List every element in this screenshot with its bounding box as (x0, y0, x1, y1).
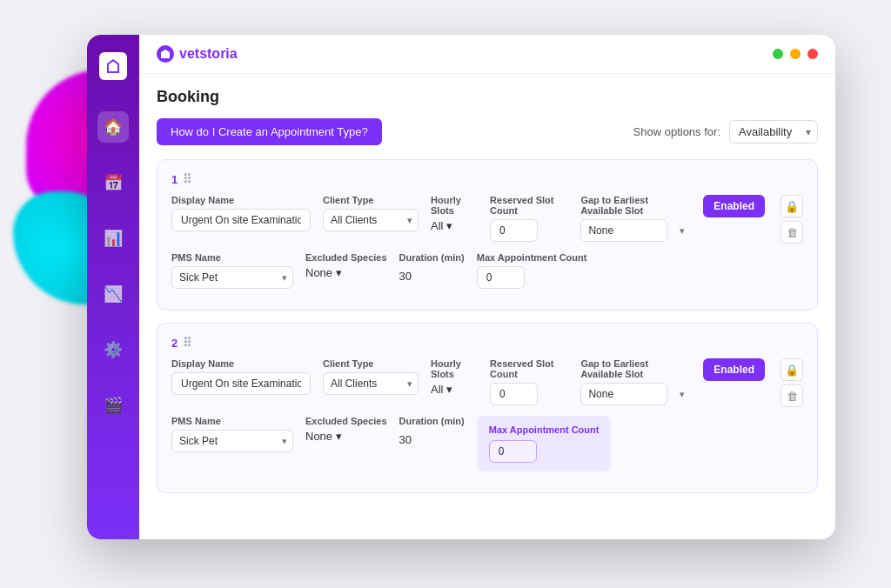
client-type-select-wrapper-1: All Clients (323, 209, 419, 231)
appointment-row-1: 1 ⠿ Display Name Client Type All Clients (157, 159, 818, 311)
app-logo-text: vetstoria (157, 45, 238, 63)
hourly-slots-value-1: All ▾ (431, 219, 478, 232)
row-actions-2: 🔒 🗑 (780, 358, 803, 407)
gap-select-2[interactable]: None (580, 383, 667, 405)
sidebar-item-settings[interactable]: ⚙️ (97, 334, 129, 365)
reserved-slot-input-1[interactable] (490, 219, 538, 242)
display-name-label-1: Display Name (171, 195, 311, 205)
gap-group-1: Gap to Earliest Available Slot None (580, 195, 691, 242)
maximize-button[interactable] (790, 49, 801, 59)
duration-value-1: 30 (399, 266, 465, 286)
sidebar: 🏠 📅 📊 📉 ⚙️ 🎬 (87, 35, 139, 539)
hourly-slots-group-2: Hourly Slots All ▾ (431, 358, 478, 396)
reserved-slot-group-1: Reserved Slot Count (490, 195, 568, 242)
pms-name-group-2: PMS Name Sick Pet (171, 416, 293, 452)
display-name-input-2[interactable] (171, 372, 311, 395)
duration-label-2: Duration (min) (399, 416, 465, 426)
client-type-select-1[interactable]: All Clients (323, 209, 419, 231)
reserved-slot-input-2[interactable] (490, 383, 538, 405)
page-title: Booking (157, 88, 818, 106)
max-appt-input-2[interactable] (489, 440, 537, 463)
excluded-species-value-2: None ▾ (305, 430, 387, 443)
lock-button-1[interactable]: 🔒 (780, 195, 803, 217)
gap-label-1: Gap to Earliest Available Slot (580, 195, 691, 216)
pms-name-label-2: PMS Name (171, 416, 293, 426)
client-type-group-1: Client Type All Clients (323, 195, 419, 231)
pms-name-select-2[interactable]: Sick Pet (171, 430, 293, 452)
duration-label-1: Duration (min) (399, 252, 465, 263)
display-name-label-2: Display Name (171, 358, 311, 369)
lock-button-2[interactable]: 🔒 (780, 358, 803, 381)
hourly-slots-label-1: Hourly Slots (431, 195, 478, 216)
main-content: vetstoria Booking How do I Create an App… (139, 35, 835, 539)
client-type-label-1: Client Type (323, 195, 419, 205)
excluded-species-group-2: Excluded Species None ▾ (305, 416, 387, 443)
row1-bottom-fields: PMS Name Sick Pet Excluded Species None … (171, 252, 803, 289)
sidebar-item-home[interactable]: 🏠 (97, 111, 129, 143)
row2-top-fields: Display Name Client Type All Clients Hou… (171, 358, 803, 407)
excluded-species-label-2: Excluded Species (305, 416, 387, 426)
display-name-group-1: Display Name (171, 195, 311, 231)
sidebar-item-calendar[interactable]: 📅 (97, 167, 129, 198)
app-name: vetstoria (179, 46, 238, 62)
window-controls (773, 49, 818, 59)
pms-name-group-1: PMS Name Sick Pet (171, 252, 293, 289)
gap-label-2: Gap to Earliest Available Slot (580, 358, 691, 379)
row-number-1: 1 ⠿ (171, 172, 803, 186)
gap-select-wrapper-2: None (580, 383, 691, 405)
gap-group-2: Gap to Earliest Available Slot None (580, 358, 691, 405)
duration-group-1: Duration (min) 30 (399, 252, 465, 286)
reserved-slot-label-2: Reserved Slot Count (490, 358, 568, 379)
content-area: Booking How do I Create an Appointment T… (139, 74, 835, 539)
enabled-button-2[interactable]: Enabled (703, 358, 765, 381)
reserved-slot-label-1: Reserved Slot Count (490, 195, 568, 216)
max-appt-highlight-box-2: Max Appointment Count (477, 416, 612, 471)
logo-icon (157, 45, 174, 63)
delete-button-2[interactable]: 🗑 (780, 384, 803, 407)
logo (99, 52, 127, 80)
minimize-button[interactable] (773, 49, 783, 59)
drag-handle-2[interactable]: ⠿ (183, 336, 191, 350)
gap-select-1[interactable]: None (580, 219, 667, 242)
help-button[interactable]: How do I Create an Appointment Type? (157, 118, 382, 145)
duration-group-2: Duration (min) 30 (399, 416, 465, 450)
row-actions-1: 🔒 🗑 (780, 195, 803, 244)
appointment-row-2: 2 ⠿ Display Name Client Type All Clients (157, 323, 818, 493)
max-appt-input-1[interactable] (477, 266, 525, 289)
row1-top-fields: Display Name Client Type All Clients Hou… (171, 195, 803, 244)
client-type-group-2: Client Type All Clients (323, 358, 419, 395)
excluded-species-group-1: Excluded Species None ▾ (305, 252, 387, 279)
sidebar-item-chart[interactable]: 📊 (97, 223, 129, 254)
pms-name-select-wrapper-1: Sick Pet (171, 266, 293, 289)
row2-bottom-fields: PMS Name Sick Pet Excluded Species None … (171, 416, 803, 471)
display-name-group-2: Display Name (171, 358, 311, 395)
duration-value-2: 30 (399, 430, 465, 450)
close-button[interactable] (807, 49, 818, 59)
max-appt-label-1: Max Appointment Count (477, 252, 587, 263)
show-options-select[interactable]: Availability Duration (729, 120, 818, 144)
sidebar-item-video[interactable]: 🎬 (97, 390, 129, 421)
show-options-group: Show options for: Availability Duration (633, 120, 818, 144)
reserved-slot-group-2: Reserved Slot Count (490, 358, 568, 405)
max-appt-group-1: Max Appointment Count (477, 252, 587, 289)
excluded-species-label-1: Excluded Species (305, 252, 387, 263)
row-number-2: 2 ⠿ (171, 336, 803, 350)
pms-name-select-wrapper-2: Sick Pet (171, 430, 293, 452)
gap-select-wrapper-1: None (580, 219, 691, 242)
pms-name-label-1: PMS Name (171, 252, 293, 263)
client-type-select-2[interactable]: All Clients (323, 372, 419, 395)
topbar: vetstoria (139, 35, 835, 74)
hourly-slots-value-2: All ▾ (431, 383, 478, 396)
client-type-label-2: Client Type (323, 358, 419, 369)
show-options-select-wrapper: Availability Duration (729, 120, 818, 144)
sidebar-item-bar-chart[interactable]: 📉 (97, 278, 129, 310)
max-appt-highlight-label-2: Max Appointment Count (489, 424, 600, 435)
enabled-button-1[interactable]: Enabled (703, 195, 765, 217)
display-name-input-1[interactable] (171, 209, 311, 231)
hourly-slots-group-1: Hourly Slots All ▾ (431, 195, 478, 232)
delete-button-1[interactable]: 🗑 (780, 221, 803, 244)
toolbar: How do I Create an Appointment Type? Sho… (157, 118, 818, 145)
app-window: 🏠 📅 📊 📉 ⚙️ 🎬 vetstoria (87, 35, 835, 539)
pms-name-select-1[interactable]: Sick Pet (171, 266, 293, 289)
drag-handle-1[interactable]: ⠿ (183, 172, 191, 186)
